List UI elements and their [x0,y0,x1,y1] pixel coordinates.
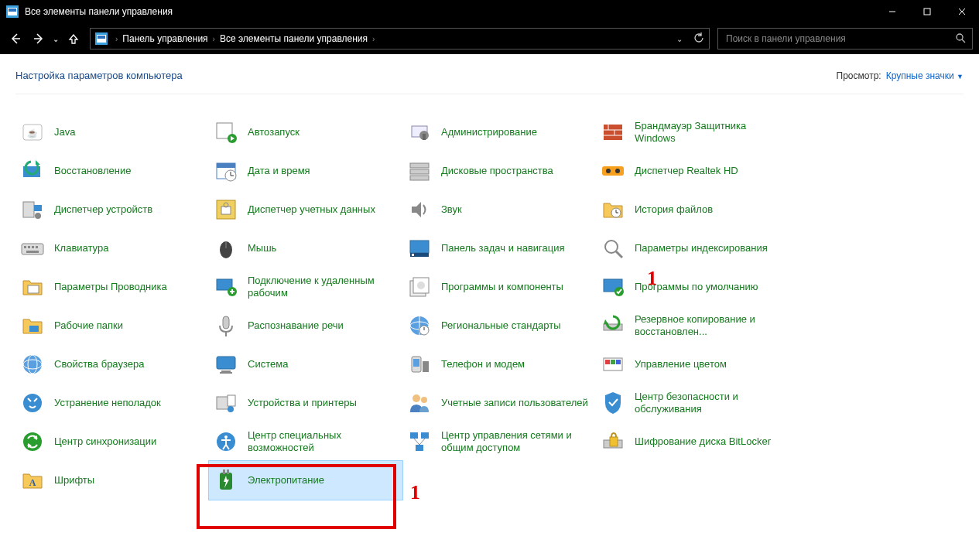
svg-point-59 [605,241,618,253]
disks-icon [407,159,432,183]
svg-point-98 [23,432,42,451]
control-panel-item[interactable]: Брандмауэр Защитника Windows [596,113,789,152]
region-icon [407,313,432,338]
control-panel-item[interactable]: Администрирование [402,113,596,152]
svg-rect-28 [217,163,235,168]
window-controls [875,0,979,23]
svg-line-60 [616,251,622,258]
realtek-icon [601,159,625,183]
annotation-marker: 1 [647,267,657,290]
speech-icon [214,313,238,338]
control-panel-item[interactable]: Распознавание речи [209,306,402,345]
address-icon [95,32,108,45]
recent-locations-dropdown[interactable]: ⌄ [53,35,59,43]
control-panel-item[interactable]: Центр синхронизации [15,422,209,461]
control-panel-item-label: Диспетчер устройств [54,203,152,216]
minimize-button[interactable] [875,0,909,23]
control-panel-item[interactable]: Программы по умолчанию [596,268,789,306]
control-panel-item[interactable]: Центр управления сетями и общим доступом [402,422,596,461]
control-panel-item[interactable]: Дисковые пространства [402,152,596,190]
control-panel-item[interactable]: Подключение к удаленным рабочим [209,268,402,306]
maximize-button[interactable] [909,0,944,23]
control-panel-item[interactable]: Управление цветом [596,345,789,384]
remote-icon [214,275,238,299]
control-panel-item[interactable]: Резервное копирование и восстановлен... [596,306,789,345]
address-dropdown-icon[interactable]: ⌄ [676,35,683,43]
control-panel-item[interactable]: Звук [402,190,596,229]
control-panel-item-label: Брандмауэр Защитника Windows [635,120,785,145]
control-panel-item[interactable]: Устранение неполадок [15,384,209,422]
control-panel-item[interactable]: AШрифты [15,461,209,500]
control-panel-item-label: Учетные записи пользователей [441,397,588,409]
search-icon[interactable] [955,32,966,46]
control-panel-item[interactable]: Система [209,345,402,384]
system-icon [214,352,238,377]
control-panel-item[interactable]: История файлов [596,190,789,229]
svg-point-40 [35,213,41,219]
control-panel-item-label: Мышь [248,242,276,254]
control-panel-item-label: Шифрование диска BitLocker [635,435,771,448]
control-panel-grid: ☕JavaАвтозапускАдминистрированиеБрандмау… [15,94,964,500]
back-button[interactable] [6,29,25,48]
control-panel-item[interactable]: Программы и компоненты [402,268,596,306]
svg-rect-9 [98,36,105,39]
filehistory-icon [601,197,625,222]
explorer-icon [20,275,45,299]
control-panel-item[interactable]: Параметры Проводника [15,268,209,306]
svg-rect-3 [924,9,930,15]
workfolders-icon [20,313,45,338]
control-panel-item[interactable]: Шифрование диска BitLocker [596,422,789,461]
search-input[interactable] [724,32,955,45]
control-panel-item[interactable]: Диспетчер устройств [15,190,209,229]
control-panel-item[interactable]: Региональные стандарты [402,306,596,345]
control-panel-item-label: Управление цветом [635,358,727,370]
up-button[interactable] [65,30,82,47]
control-panel-item-label: Программы и компоненты [441,281,563,293]
control-panel-item[interactable]: Клавиатура [15,229,209,268]
view-by-label: Просмотр: [837,70,881,81]
control-panel-item[interactable]: Учетные записи пользователей [402,384,596,422]
control-panel-item[interactable]: Дата и время [209,152,402,190]
search-bar[interactable] [717,28,973,50]
credmgr-icon [214,197,238,222]
close-button[interactable] [944,0,979,23]
breadcrumb-segment[interactable]: Все элементы панели управления [220,33,368,44]
control-panel-item-label: История файлов [635,203,713,216]
view-by-dropdown[interactable]: Крупные значки ▼ [886,70,964,81]
control-panel-item[interactable]: Мышь [209,229,402,268]
control-panel-item[interactable]: ☕Java [15,113,209,152]
control-panel-item[interactable]: Восстановление [15,152,209,190]
control-panel-item[interactable]: Диспетчер учетных данных [209,190,402,229]
svg-point-95 [228,406,234,412]
control-panel-item-label: Дисковые пространства [441,165,553,177]
svg-point-79 [23,355,42,374]
control-panel-item[interactable]: Электропитание [209,461,402,500]
control-panel-item[interactable]: Панель задач и навигация [402,229,596,268]
refresh-button[interactable] [693,32,704,46]
control-panel-item-label: Звук [441,203,462,216]
control-panel-item[interactable]: Свойства браузера [15,345,209,384]
control-panel-item-label: Центр специальных возможностей [248,429,398,455]
svg-rect-39 [34,205,42,211]
svg-marker-26 [36,160,40,165]
svg-rect-117 [227,470,229,474]
address-bar[interactable]: › Панель управления › Все элементы панел… [90,28,710,50]
control-panel-item[interactable]: Центр специальных возможностей [209,422,402,461]
forward-button[interactable] [29,29,48,48]
control-panel-item[interactable]: Диспетчер Realtek HD [596,152,789,190]
recovery-icon [20,159,45,183]
breadcrumb-segment[interactable]: Панель управления [122,33,207,44]
control-panel-item[interactable]: Телефон и модем [402,345,596,384]
svg-rect-52 [36,246,38,248]
control-panel-item[interactable]: Автозапуск [209,113,402,152]
sync-icon [20,429,45,454]
svg-text:A: A [29,477,36,488]
control-panel-item[interactable]: Центр безопасности и обслуживания [596,384,789,422]
control-panel-item[interactable]: Рабочие папки [15,306,209,345]
svg-rect-83 [221,370,231,372]
control-panel-item-label: Центр управления сетями и общим доступом [441,429,591,455]
control-panel-item-label: Диспетчер Realtek HD [635,165,738,177]
control-panel-item[interactable]: Параметры индексирования [596,229,789,268]
control-panel-item-label: Восстановление [54,165,131,177]
control-panel-item[interactable]: Устройства и принтеры [209,384,402,422]
